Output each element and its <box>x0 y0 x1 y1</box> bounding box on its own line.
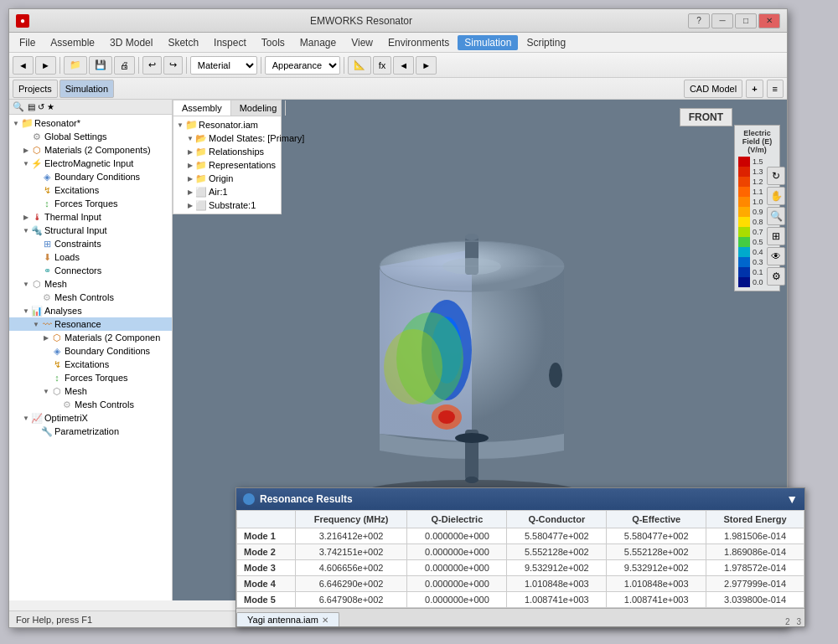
tree-icon-excit2: ↯ <box>51 358 63 370</box>
tb-redo[interactable]: ↪ <box>163 56 183 75</box>
menu-sketch[interactable]: Sketch <box>161 35 205 50</box>
tree-label-structural: Structural Input <box>44 225 107 235</box>
appearance-combo[interactable]: Appearance <box>265 56 340 75</box>
tree-label-loads: Loads <box>54 252 80 262</box>
restore-button[interactable]: □ <box>735 13 757 28</box>
tree-item-structural[interactable]: ▼ 🔩 Structural Input <box>9 224 172 237</box>
tab-simulation[interactable]: Simulation <box>59 80 114 98</box>
menu-tools[interactable]: Tools <box>255 35 292 50</box>
tree-icon-forces2: ↕ <box>51 372 63 384</box>
tb-print[interactable]: 🖨 <box>114 56 135 75</box>
vp-pan[interactable]: ✋ <box>767 187 785 205</box>
menu-scripting[interactable]: Scripting <box>520 35 572 50</box>
tree-item-mat2[interactable]: ▶ ⬡ Materials (2 Componen <box>9 331 172 344</box>
minimize-button[interactable]: ─ <box>711 13 733 28</box>
tb-plus[interactable]: + <box>746 80 763 98</box>
tree-item-connectors[interactable]: ⚭ Connectors <box>9 264 172 277</box>
mode-3: Mode 3 <box>237 560 296 576</box>
freq-4: 6.646290e+002 <box>295 576 407 592</box>
tree-item-mesh-ctrl2[interactable]: ⚙ Mesh Controls <box>9 398 172 411</box>
stored-2: 1.869086e-014 <box>706 544 804 560</box>
freq-5: 6.647908e+002 <box>295 592 407 608</box>
menu-inspect[interactable]: Inspect <box>207 35 253 50</box>
tree-item-forces[interactable]: ↕ Forces Torques <box>9 197 172 210</box>
vp-view[interactable]: 👁 <box>767 247 785 265</box>
qdiel-4: 0.000000e+000 <box>407 576 507 592</box>
tree-item-thermal[interactable]: ▶ 🌡 Thermal Input <box>9 210 172 224</box>
tree-item-optimetrix[interactable]: ▼ 📈 OptimetriX <box>9 411 172 425</box>
help-button[interactable]: ? <box>688 13 710 28</box>
tree-item-materials[interactable]: ▶ ⬡ Materials (2 Components) <box>9 143 172 157</box>
tree-item-bc[interactable]: ◈ Boundary Conditions <box>9 170 172 183</box>
tree-root-resonator[interactable]: ▼ 📁 Resonator* <box>9 116 172 130</box>
tree-icon-em: ⚡ <box>31 157 43 169</box>
tb-open[interactable]: 📁 <box>64 56 87 75</box>
page-numbers: 2 3 <box>785 617 804 626</box>
tb-formula[interactable]: fx <box>373 56 392 75</box>
bottom-tab-close[interactable]: ✕ <box>322 616 328 625</box>
vp-settings[interactable]: ⚙ <box>767 267 785 286</box>
tree-item-mesh2[interactable]: ▼ ⬡ Mesh <box>9 384 172 398</box>
tree-item-forces2[interactable]: ↕ Forces Torques <box>9 371 172 384</box>
svg-point-13 <box>549 363 562 388</box>
tree-icon-thermal: 🌡 <box>31 211 43 223</box>
separator-2 <box>138 57 139 74</box>
tb-undo[interactable]: ↩ <box>142 56 162 75</box>
results-collapse[interactable]: ▼ <box>786 492 798 506</box>
tb-menu[interactable]: ≡ <box>767 80 784 98</box>
qeff-5: 1.008741e+003 <box>607 592 706 608</box>
close-button[interactable]: ✕ <box>758 13 780 28</box>
tree-icon-mesh-ctrl2: ⚙ <box>61 399 73 410</box>
tree-icon-root: 📁 <box>21 117 33 129</box>
tree-item-param[interactable]: 🔧 Parametrization <box>9 425 172 438</box>
viewport-toolbar: ↻ ✋ 🔍 ⊞ 👁 ⚙ <box>767 167 785 286</box>
vp-fit[interactable]: ⊞ <box>767 227 785 245</box>
qeff-3: 9.532912e+002 <box>607 560 706 576</box>
separator-5 <box>344 57 344 74</box>
menu-assemble[interactable]: Assemble <box>44 35 101 50</box>
tab-cad-model[interactable]: CAD Model <box>684 80 742 98</box>
page-num-3: 3 <box>796 617 801 626</box>
tree-item-analyses[interactable]: ▼ 📊 Analyses <box>9 304 172 317</box>
col-header-stored: Stored Energy <box>706 511 804 528</box>
tree-label-analyses: Analyses <box>44 306 82 316</box>
legend-val-5: 0.9 <box>753 208 763 216</box>
table-row: Mode 5 6.647908e+002 0.000000e+000 1.008… <box>237 592 804 608</box>
tb-forward[interactable]: ► <box>35 56 56 75</box>
tree-item-global-settings[interactable]: ⚙ Global Settings <box>9 130 172 143</box>
tree-item-mesh-ctrl[interactable]: ⚙ Mesh Controls <box>9 291 172 304</box>
tree-item-constraints[interactable]: ⊞ Constraints <box>9 237 172 250</box>
tree-item-excit2[interactable]: ↯ Excitations <box>9 358 172 371</box>
material-combo[interactable]: Material <box>190 56 257 75</box>
menu-simulation[interactable]: Simulation <box>458 35 518 50</box>
tree-item-excit[interactable]: ↯ Excitations <box>9 183 172 197</box>
qcond-5: 1.008741e+003 <box>507 592 607 608</box>
menu-3dmodel[interactable]: 3D Model <box>103 35 159 50</box>
legend-val-12: 0.0 <box>753 278 763 286</box>
menu-environments[interactable]: Environments <box>381 35 456 50</box>
tree-item-mesh[interactable]: ▼ ⬡ Mesh <box>9 277 172 291</box>
menu-file[interactable]: File <box>13 35 42 50</box>
vp-zoom[interactable]: 🔍 <box>767 207 785 225</box>
tb-back[interactable]: ◄ <box>13 56 34 75</box>
tree-icon-constraints: ⊞ <box>41 238 53 250</box>
tree-label-param: Parametrization <box>54 426 119 436</box>
qdiel-5: 0.000000e+000 <box>407 592 507 608</box>
menu-view[interactable]: View <box>344 35 380 50</box>
tree-item-resonance[interactable]: ▼ 〰 Resonance <box>9 317 172 331</box>
tree-item-em[interactable]: ▼ ⚡ ElectroMagnetic Input <box>9 157 172 170</box>
vp-rotate[interactable]: ↻ <box>767 167 785 185</box>
tb-save[interactable]: 💾 <box>89 56 112 75</box>
tb-measure[interactable]: 📐 <box>348 56 371 75</box>
tree-item-bc2[interactable]: ◈ Boundary Conditions <box>9 344 172 358</box>
bottom-tab-yagi[interactable]: Yagi antenna.iam ✕ <box>236 612 339 626</box>
app-window: ● EMWORKS Resonator ? ─ □ ✕ File Assembl… <box>8 8 788 628</box>
qcond-2: 5.552128e+002 <box>507 544 607 560</box>
tab-projects[interactable]: Projects <box>13 80 58 98</box>
table-row: Mode 2 3.742151e+002 0.000000e+000 5.552… <box>237 544 804 560</box>
tb-arrow-left[interactable]: ◄ <box>393 56 414 75</box>
tb-arrow-right[interactable]: ► <box>416 56 437 75</box>
tree-item-loads[interactable]: ⬇ Loads <box>9 250 172 264</box>
menu-manage[interactable]: Manage <box>293 35 343 50</box>
tree-label-mesh-ctrl2: Mesh Controls <box>75 399 134 410</box>
